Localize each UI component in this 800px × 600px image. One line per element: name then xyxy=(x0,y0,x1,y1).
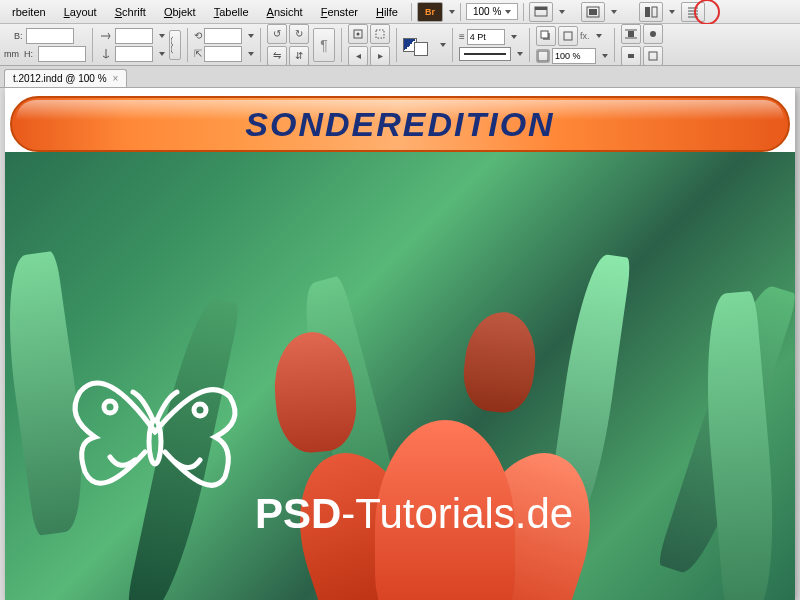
arrange-documents-button[interactable] xyxy=(639,2,663,22)
document-viewport[interactable]: SONDEREDITION xyxy=(0,88,800,600)
height-field[interactable] xyxy=(38,46,86,62)
svg-point-23 xyxy=(149,420,161,464)
svg-point-25 xyxy=(194,404,206,416)
document-tabs: t.2012.indd @ 100 % × xyxy=(0,66,800,88)
width-field[interactable] xyxy=(26,28,74,44)
chevron-down-icon[interactable] xyxy=(511,35,517,39)
paragraph-marker-icon[interactable]: ¶ xyxy=(313,28,335,62)
svg-rect-5 xyxy=(652,7,657,17)
select-container-button[interactable] xyxy=(348,24,368,44)
rotate-icon: ⟲ xyxy=(194,30,202,41)
screen-mode-button[interactable] xyxy=(581,2,605,22)
separator xyxy=(92,28,93,62)
banner-title: SONDEREDITION xyxy=(245,105,554,144)
flip-horizontal-button[interactable]: ⇋ xyxy=(267,46,287,66)
control-panel: B: mmH: ⟲ ⇱ ↺ ↻ ⇋ ⇵ ¶ ◂ ▸ xyxy=(0,24,800,66)
svg-rect-17 xyxy=(628,31,634,37)
chevron-down-icon[interactable] xyxy=(611,10,617,14)
svg-point-11 xyxy=(357,32,360,35)
page-background: PSD-Tutorials.de xyxy=(5,152,795,600)
menu-objekt[interactable]: Objekt xyxy=(156,3,204,21)
menu-fenster[interactable]: Fenster xyxy=(313,3,366,21)
wrap-jump-button[interactable] xyxy=(621,46,641,66)
chevron-down-icon[interactable] xyxy=(517,52,523,56)
separator xyxy=(529,28,530,62)
document-tab[interactable]: t.2012.indd @ 100 % × xyxy=(4,69,127,87)
width-label: B: xyxy=(14,31,24,41)
svg-point-20 xyxy=(650,31,656,37)
stroke-weight-field[interactable] xyxy=(467,29,505,45)
constrain-proportions-icon[interactable] xyxy=(169,30,181,60)
zoom-level-field[interactable]: 100 % xyxy=(466,3,518,20)
stroke-swatch[interactable] xyxy=(414,42,428,56)
workspace-button[interactable] xyxy=(681,2,705,22)
menu-schrift[interactable]: Schrift xyxy=(107,3,154,21)
chevron-down-icon[interactable] xyxy=(440,43,446,47)
separator xyxy=(411,3,412,21)
butterfly-logo-icon xyxy=(55,342,255,542)
chevron-down-icon[interactable] xyxy=(602,54,608,58)
scale-y-icon[interactable] xyxy=(99,47,113,61)
flip-vertical-button[interactable]: ⇵ xyxy=(289,46,309,66)
separator xyxy=(460,3,461,21)
chevron-down-icon[interactable] xyxy=(559,10,565,14)
rotation-field[interactable] xyxy=(204,28,242,44)
logo-text: PSD-Tutorials.de xyxy=(255,490,573,538)
unit-label: mm xyxy=(4,49,22,59)
shear-field[interactable] xyxy=(204,46,242,62)
page-canvas[interactable]: SONDEREDITION xyxy=(5,88,795,600)
opacity-preview-icon[interactable] xyxy=(536,49,550,63)
separator xyxy=(614,28,615,62)
view-options-button[interactable] xyxy=(529,2,553,22)
chevron-down-icon[interactable] xyxy=(159,52,165,56)
separator xyxy=(452,28,453,62)
prev-object-button[interactable]: ◂ xyxy=(348,46,368,66)
chevron-down-icon[interactable] xyxy=(669,10,675,14)
svg-rect-14 xyxy=(541,31,548,38)
svg-rect-4 xyxy=(645,7,650,17)
next-object-button[interactable]: ▸ xyxy=(370,46,390,66)
svg-rect-1 xyxy=(535,7,547,10)
bridge-dropdown-icon[interactable] xyxy=(449,10,455,14)
rotate-cw-button[interactable]: ↻ xyxy=(289,24,309,44)
chevron-down-icon[interactable] xyxy=(248,52,254,56)
close-icon[interactable]: × xyxy=(113,73,119,84)
select-content-button[interactable] xyxy=(370,24,390,44)
svg-rect-22 xyxy=(649,52,657,60)
fill-stroke-swatches[interactable] xyxy=(403,38,432,52)
scale-x-field[interactable] xyxy=(115,28,153,44)
menu-tabelle[interactable]: Tabelle xyxy=(206,3,257,21)
wrap-next-button[interactable] xyxy=(643,46,663,66)
drop-shadow-button[interactable] xyxy=(536,26,556,46)
chevron-down-icon[interactable] xyxy=(248,34,254,38)
menu-layout[interactable]: Layout xyxy=(56,3,105,21)
menu-hilfe[interactable]: Hilfe xyxy=(368,3,406,21)
menu-bearbeiten[interactable]: rbeiten xyxy=(4,3,54,21)
banner: SONDEREDITION xyxy=(10,96,790,152)
rotate-ccw-button[interactable]: ↺ xyxy=(267,24,287,44)
effects-label[interactable]: fx. xyxy=(580,31,590,41)
menu-ansicht[interactable]: Ansicht xyxy=(259,3,311,21)
separator xyxy=(341,28,342,62)
main-menubar: rbeiten Layout Schrift Objekt Tabelle An… xyxy=(0,0,800,24)
separator xyxy=(187,28,188,62)
separator xyxy=(523,3,524,21)
wrap-shape-button[interactable] xyxy=(643,24,663,44)
svg-point-24 xyxy=(104,401,116,413)
bridge-button[interactable]: Br xyxy=(417,2,443,22)
chevron-down-icon[interactable] xyxy=(159,34,165,38)
separator xyxy=(260,28,261,62)
scale-y-field[interactable] xyxy=(115,46,153,62)
scale-x-icon[interactable] xyxy=(99,29,113,43)
height-label: H: xyxy=(24,49,36,59)
tab-title: t.2012.indd @ 100 % xyxy=(13,73,107,84)
svg-rect-15 xyxy=(564,32,572,40)
text-wrap-none-button[interactable] xyxy=(558,26,578,46)
svg-rect-12 xyxy=(376,30,384,38)
svg-rect-21 xyxy=(628,54,634,58)
separator xyxy=(396,28,397,62)
opacity-field[interactable] xyxy=(552,48,596,64)
chevron-down-icon[interactable] xyxy=(596,34,602,38)
wrap-bounding-button[interactable] xyxy=(621,24,641,44)
svg-rect-16 xyxy=(538,51,548,61)
